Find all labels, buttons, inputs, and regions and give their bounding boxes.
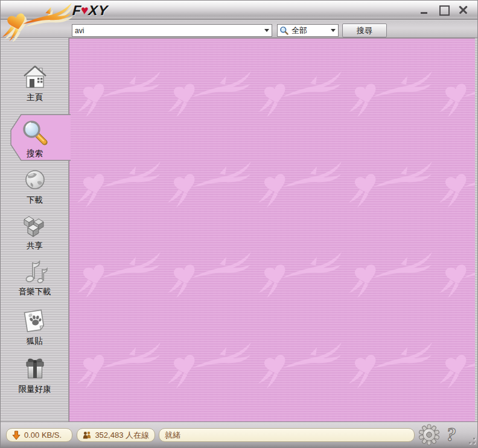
sidebar-item-label: 主頁 — [1, 93, 69, 102]
search-toolbar: 全部 搜尋 — [1, 21, 477, 38]
category-dropdown-button[interactable] — [328, 25, 338, 36]
download-speed-panel: 0.00 KB/S. — [6, 428, 72, 442]
online-users-icon — [83, 430, 91, 440]
svg-text:?: ? — [447, 424, 456, 445]
gift-icon — [21, 355, 49, 383]
sidebar-item-label: 音樂下載 — [1, 287, 69, 296]
paw-sticker-icon — [21, 307, 49, 335]
online-users-value: 352,483 人在線 — [95, 430, 149, 441]
magnifier-icon — [21, 119, 49, 147]
foxy-window: F ♥ XY 全部 搜 — [0, 0, 478, 448]
chevron-down-icon — [331, 29, 336, 32]
search-input[interactable] — [72, 25, 261, 36]
sidebar-item-music-download[interactable]: 音樂下載 — [1, 256, 69, 296]
chevron-down-icon — [264, 29, 269, 32]
search-query-combobox — [72, 24, 272, 37]
download-arrow-icon — [12, 431, 21, 440]
sidebar-item-fox-sticker[interactable]: 狐貼 — [1, 307, 69, 345]
online-users-panel: 352,483 人在線 — [77, 428, 155, 442]
app-logo-wordmark: F ♥ XY — [72, 2, 109, 19]
sidebar-item-label: 共享 — [1, 241, 69, 250]
settings-gear-icon — [418, 424, 440, 446]
query-dropdown-button[interactable] — [261, 25, 272, 36]
search-results-area — [69, 38, 475, 423]
sidebar-item-limited-offers[interactable]: 限量好康 — [1, 355, 69, 394]
sidebar-item-label: 下載 — [1, 195, 69, 204]
window-controls — [419, 4, 469, 16]
sidebar-item-download[interactable]: 下載 — [1, 167, 69, 204]
search-button-label: 搜尋 — [357, 25, 372, 36]
music-note-icon — [21, 256, 49, 285]
statusbar: 0.00 KB/S. 352,483 人在線 就緒 — [1, 421, 477, 447]
home-icon — [21, 63, 49, 91]
fox-watermark-pattern — [69, 39, 475, 423]
category-dropdown[interactable]: 全部 — [277, 24, 339, 37]
download-speed-value: 0.00 KB/S. — [24, 431, 62, 440]
sidebar-item-label: 限量好康 — [1, 385, 69, 394]
category-magnifier-icon — [279, 26, 289, 36]
settings-button[interactable] — [418, 424, 440, 448]
sidebar-item-search[interactable]: 搜索 — [1, 119, 69, 158]
sidebar-item-label: 狐貼 — [1, 336, 69, 345]
category-selected-label: 全部 — [292, 25, 325, 36]
maximize-button[interactable] — [438, 4, 450, 16]
status-message-panel: 就緒 — [159, 428, 415, 442]
resize-grip[interactable] — [465, 434, 475, 444]
close-button[interactable] — [457, 4, 469, 16]
sidebar-nav: 主頁 搜索 — [1, 38, 69, 423]
globe-icon — [22, 167, 48, 194]
help-button[interactable]: ? — [442, 424, 462, 448]
sidebar-item-label: 搜索 — [1, 149, 69, 158]
help-icon: ? — [442, 424, 462, 446]
minimize-button[interactable] — [419, 4, 430, 16]
sidebar-item-home[interactable]: 主頁 — [1, 63, 69, 102]
logo-heart-icon: ♥ — [80, 3, 89, 17]
status-message: 就緒 — [165, 430, 180, 441]
logo-letters-xy: XY — [88, 2, 109, 19]
cubes-icon — [22, 213, 48, 239]
sidebar-item-share[interactable]: 共享 — [1, 213, 69, 250]
titlebar: F ♥ XY — [1, 1, 477, 20]
search-button[interactable]: 搜尋 — [342, 24, 387, 37]
